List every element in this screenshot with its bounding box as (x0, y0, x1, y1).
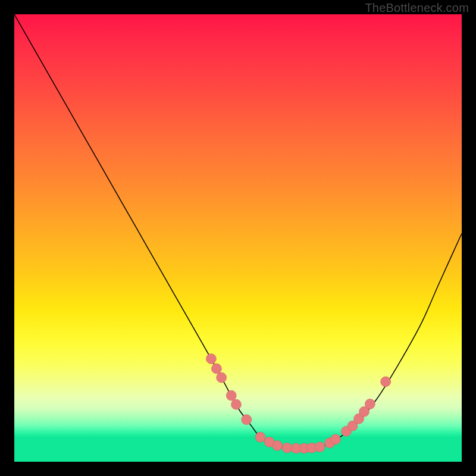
highlight-point (330, 434, 340, 444)
highlight-point (381, 377, 391, 387)
highlight-point (231, 399, 241, 409)
highlight-point (242, 415, 252, 425)
highlight-points-group (206, 354, 390, 453)
chart-plot-area (14, 14, 462, 462)
highlight-point (255, 432, 265, 442)
highlight-point (315, 442, 325, 452)
highlight-point (365, 399, 375, 409)
highlight-point (217, 372, 227, 383)
highlight-point (282, 443, 292, 453)
watermark-text: TheBottleneck.com (365, 1, 469, 15)
highlight-point (226, 390, 236, 400)
highlight-point (211, 364, 221, 374)
highlight-point (206, 354, 216, 364)
highlight-point (273, 440, 283, 450)
bottleneck-curve-line (14, 14, 462, 449)
bottleneck-chart-svg (14, 14, 462, 462)
